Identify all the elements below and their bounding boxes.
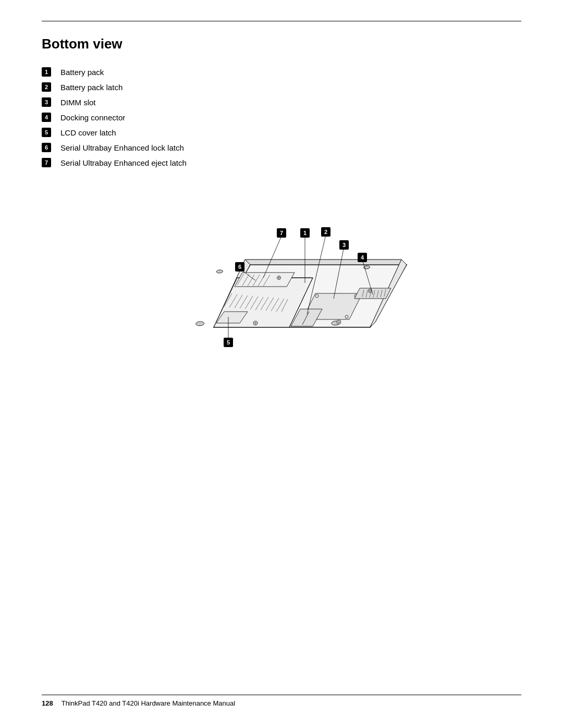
list-item: 6Serial Ultrabay Enhanced lock latch [42,142,521,153]
item-label: Battery pack [60,67,104,78]
badge-1: 1 [42,67,51,77]
footer-page-number: 128 [42,699,53,707]
page-container: Bottom view 1Battery pack2Battery pack l… [0,0,563,728]
svg-text:6: 6 [238,264,241,270]
svg-text:3: 3 [342,242,346,248]
badge-7: 7 [42,158,51,167]
badge-4: 4 [42,113,51,122]
list-item: 1Battery pack [42,67,521,78]
list-item: 3DIMM slot [42,97,521,108]
badge-6: 6 [42,143,51,152]
svg-point-45 [216,270,224,273]
item-label: Docking connector [60,112,125,123]
list-item: 5LCD cover latch [42,127,521,138]
top-rule [42,21,521,21]
item-label: Battery pack latch [60,82,123,93]
badge-5: 5 [42,128,51,137]
svg-text:1: 1 [303,230,307,236]
list-item: 4Docking connector [42,112,521,123]
footer: 128 ThinkPad T420 and T420i Hardware Mai… [42,695,521,707]
item-label: Serial Ultrabay Enhanced eject latch [60,157,187,168]
svg-text:7: 7 [280,230,283,236]
badge-2: 2 [42,82,51,92]
svg-text:4: 4 [361,254,364,261]
page-title: Bottom view [42,36,521,52]
svg-text:5: 5 [227,339,230,346]
list-item: 2Battery pack latch [42,82,521,93]
items-list: 1Battery pack2Battery pack latch3DIMM sl… [42,67,521,168]
svg-text:2: 2 [324,229,327,235]
badge-3: 3 [42,97,51,107]
item-label: DIMM slot [60,97,96,108]
svg-marker-13 [354,288,391,299]
list-item: 7Serial Ultrabay Enhanced eject latch [42,157,521,168]
item-label: Serial Ultrabay Enhanced lock latch [60,142,184,153]
laptop-diagram: 7 1 2 3 4 6 5 [151,184,412,356]
svg-point-43 [195,322,204,326]
item-label: LCD cover latch [60,127,116,138]
footer-title: ThinkPad T420 and T420i Hardware Mainten… [62,699,235,707]
diagram-container: 7 1 2 3 4 6 5 [151,184,412,356]
